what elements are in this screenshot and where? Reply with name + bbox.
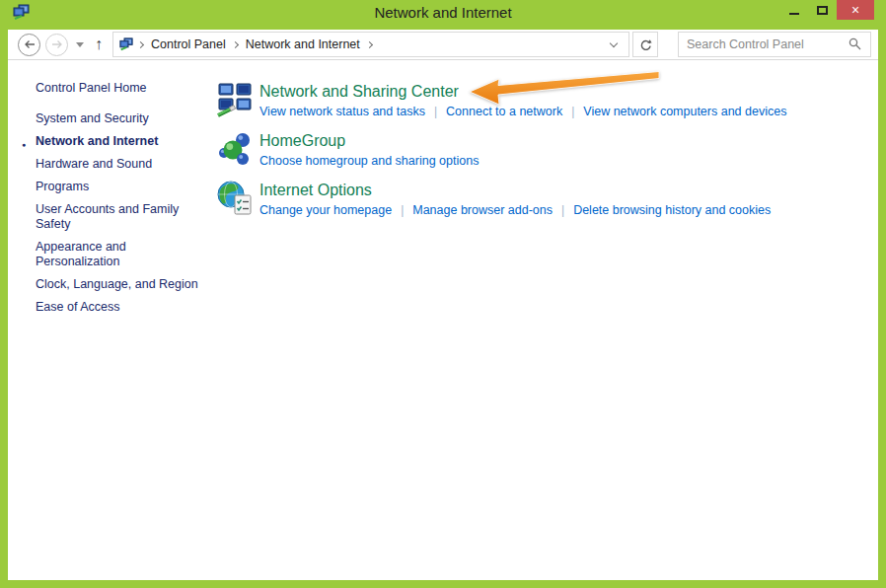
homegroup-icon[interactable]: [217, 131, 253, 167]
chevron-right-icon[interactable]: [232, 40, 239, 47]
active-item-bullet-icon: ●: [22, 137, 26, 152]
sidebar-item-user-accounts-and-family-safety[interactable]: ●User Accounts and Family Safety: [36, 202, 207, 232]
address-dropdown-icon[interactable]: [610, 38, 618, 46]
sidebar-item-label: Ease of Access: [36, 300, 119, 314]
client-area: ↑ Control PanelNetwork and Internet: [8, 30, 878, 580]
recent-pages-dropdown-icon[interactable]: [76, 42, 84, 47]
breadcrumb-item[interactable]: Control Panel: [149, 37, 228, 51]
address-network-icon[interactable]: [119, 37, 133, 51]
sidebar-item-appearance-and-personalization[interactable]: ●Appearance and Personalization: [36, 240, 207, 269]
back-button[interactable]: [18, 34, 40, 56]
refresh-button[interactable]: [632, 32, 658, 57]
sidebar-item-hardware-and-sound[interactable]: ●Hardware and Sound: [36, 157, 207, 172]
link-separator: |: [571, 105, 574, 118]
sidebar-item-clock-language-and-region[interactable]: ●Clock, Language, and Region: [36, 277, 207, 292]
minimize-icon: [789, 13, 799, 15]
category-section: Internet Options Change your homepage|Ma…: [217, 181, 878, 220]
back-arrow-icon: [24, 39, 36, 49]
category-title-link[interactable]: Internet Options: [259, 181, 372, 200]
category-task-links: Choose homegroup and sharing options: [259, 154, 479, 168]
content-area: Control Panel Home ●System and Security …: [8, 60, 878, 580]
breadcrumb: Control PanelNetwork and Internet: [133, 37, 378, 51]
sidebar-item-label: Appearance and Personalization: [36, 240, 126, 268]
sidebar-item-label: User Accounts and Family Safety: [36, 202, 179, 231]
task-link[interactable]: Change your homepage: [259, 203, 392, 217]
category-title-link[interactable]: HomeGroup: [259, 131, 345, 151]
sidebar-item-ease-of-access[interactable]: ●Ease of Access: [36, 300, 207, 315]
link-separator: |: [434, 105, 437, 118]
network-sharing-center-icon: [217, 82, 253, 117]
task-link[interactable]: View network status and tasks: [259, 105, 425, 118]
internet-options-icon[interactable]: [217, 181, 253, 216]
task-link[interactable]: Manage browser add-ons: [412, 203, 553, 217]
navigation-toolbar: ↑ Control PanelNetwork and Internet: [8, 30, 878, 60]
homegroup-icon: [217, 131, 253, 167]
sidebar-item-system-and-security[interactable]: ●System and Security: [36, 111, 207, 126]
sidebar: Control Panel Home ●System and Security …: [8, 60, 217, 580]
category-task-links: View network status and tasks|Connect to…: [259, 105, 786, 118]
sidebar-item-control-panel-home[interactable]: Control Panel Home: [36, 81, 207, 95]
sidebar-item-label: Programs: [36, 180, 89, 193]
sidebar-item-label: System and Security: [36, 111, 149, 125]
category-section: Network and Sharing Center View network …: [217, 82, 878, 121]
minimize-button[interactable]: [779, 0, 808, 20]
close-icon: ×: [851, 2, 859, 18]
task-link[interactable]: Choose homegroup and sharing options: [259, 154, 479, 168]
forward-button[interactable]: [45, 34, 68, 56]
breadcrumb-item[interactable]: Network and Internet: [244, 37, 362, 51]
control-panel-window: Network and Internet × ↑: [0, 0, 886, 588]
category-section: HomeGroup Choose homegroup and sharing o…: [217, 131, 878, 171]
maximize-icon: [817, 6, 828, 15]
sidebar-category-list: ●System and Security ●Network and Intern…: [36, 111, 217, 315]
chevron-right-icon[interactable]: [366, 40, 373, 47]
category-title-link[interactable]: Network and Sharing Center: [259, 82, 459, 102]
titlebar[interactable]: Network and Internet ×: [0, 0, 886, 30]
internet-options-icon: [217, 181, 253, 216]
sidebar-item-label: Network and Internet: [36, 134, 158, 148]
maximize-button[interactable]: [808, 0, 837, 20]
task-link[interactable]: View network computers and devices: [583, 105, 786, 118]
address-bar[interactable]: Control PanelNetwork and Internet: [112, 32, 629, 57]
search-icon[interactable]: [849, 37, 862, 51]
sidebar-item-programs[interactable]: ●Programs: [36, 180, 207, 194]
forward-arrow-icon: [51, 39, 63, 49]
category-list: Network and Sharing Center View network …: [217, 60, 878, 580]
window-title: Network and Internet: [0, 4, 886, 21]
link-separator: |: [561, 203, 564, 217]
task-link[interactable]: Connect to a network: [446, 105, 562, 118]
link-separator: |: [401, 203, 404, 217]
sidebar-item-network-and-internet[interactable]: ●Network and Internet: [36, 134, 207, 149]
up-button[interactable]: ↑: [95, 36, 103, 53]
window-controls: ×: [779, 0, 874, 20]
close-button[interactable]: ×: [837, 0, 874, 20]
network-sharing-center-icon[interactable]: [217, 82, 253, 117]
task-link[interactable]: Delete browsing history and cookies: [573, 203, 771, 217]
category-task-links: Change your homepage|Manage browser add-…: [259, 203, 771, 217]
chevron-right-icon[interactable]: [137, 40, 144, 47]
search-input[interactable]: [687, 37, 849, 51]
refresh-icon: [639, 38, 652, 51]
sidebar-item-label: Clock, Language, and Region: [36, 277, 198, 291]
search-box: [678, 32, 871, 57]
sidebar-item-label: Hardware and Sound: [36, 157, 152, 171]
